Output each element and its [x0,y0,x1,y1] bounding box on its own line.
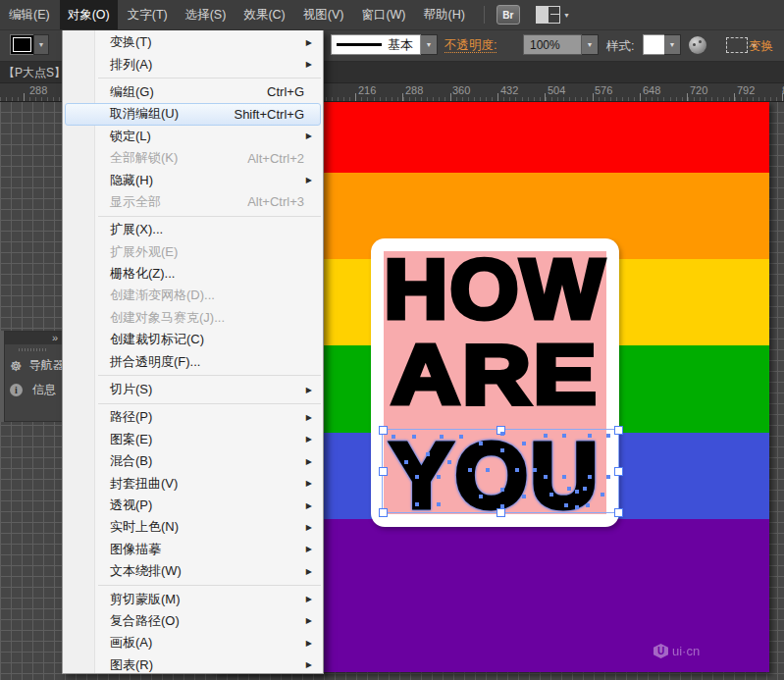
menu-item[interactable]: 剪切蒙版(M)▶ [65,588,321,609]
anchor-point[interactable] [440,435,444,439]
anchor-point[interactable] [447,460,451,464]
menu-item[interactable]: 图表(R)▶ [65,654,321,676]
anchor-point[interactable] [515,468,519,472]
bridge-icon[interactable]: Br [497,5,520,25]
anchor-point[interactable] [567,487,571,491]
menu-item[interactable]: 透视(P)▶ [65,495,321,516]
selection-handle[interactable] [379,508,388,517]
menu-item[interactable]: 取消编组(U)Shift+Ctrl+G [65,103,321,125]
anchor-point[interactable] [544,434,548,438]
menu-item[interactable]: 扩展(X)... [65,219,321,240]
anchor-point[interactable] [479,495,483,498]
anchor-point[interactable] [522,495,526,498]
anchor-point[interactable] [601,493,604,497]
recolor-artwork-icon[interactable] [689,36,706,54]
anchor-point[interactable] [562,475,566,479]
anchor-point[interactable] [549,493,553,497]
anchor-point[interactable] [500,432,504,436]
anchor-point[interactable] [562,434,566,438]
anchor-point[interactable] [486,468,490,472]
anchor-point[interactable] [415,502,419,506]
selection-handle[interactable] [614,508,623,517]
menu-item[interactable]: 图像描摹▶ [65,539,321,560]
anchor-point[interactable] [586,503,590,507]
stroke-style-combo[interactable]: 基本 [331,34,421,55]
menu-item[interactable]: 创建对象马赛克(J)... [65,307,321,329]
anchor-point[interactable] [459,435,463,439]
anchor-point[interactable] [533,468,537,472]
anchor-point[interactable] [412,435,416,439]
anchor-point[interactable] [575,490,579,494]
card-text-are[interactable]: ARE [353,333,636,416]
menu-item[interactable]: 锁定(L)▶ [65,126,321,147]
transform-link[interactable]: 变换 [749,38,773,55]
opacity-value-field[interactable]: 100% [523,34,582,55]
selection-handle[interactable] [379,426,388,435]
selection-handle[interactable] [497,508,505,517]
menu-item[interactable]: 切片(S)▶ [65,379,321,400]
menu-item[interactable]: 编组(G)Ctrl+G [65,81,321,103]
menu-item[interactable]: 创建裁切标记(C) [65,329,321,350]
stroke-style-dropdown-arrow-icon[interactable]: ▼ [421,34,438,55]
menu-item[interactable]: 拼合透明度(F)... [65,350,321,372]
selection-handle[interactable] [379,467,388,476]
menubar-item[interactable]: 帮助(H) [416,0,473,29]
menu-item[interactable]: 封套扭曲(V)▶ [65,472,321,494]
menu-item[interactable]: 路径(P)▶ [65,406,321,428]
anchor-point[interactable] [500,448,504,452]
panel-item-navigator[interactable]: ☸ 导航器 [5,353,62,378]
menu-item[interactable]: 栅格化(Z)... [65,263,321,285]
menu-item[interactable]: 显示全部Alt+Ctrl+3 [65,191,321,213]
style-swatch[interactable] [643,34,666,55]
anchor-point[interactable] [437,502,441,506]
menubar-item[interactable]: 视图(V) [295,0,352,29]
anchor-point[interactable] [415,475,419,479]
menubar-item[interactable]: 窗口(W) [353,0,413,29]
anchor-point[interactable] [437,475,441,479]
fill-swatch-dropdown-arrow-icon[interactable]: ▼ [33,34,49,55]
anchor-point[interactable] [479,442,483,445]
anchor-point[interactable] [426,452,430,456]
menubar-item[interactable]: 选择(S) [178,0,235,29]
document-tab[interactable]: 【P大点S】 [3,65,66,81]
panel-gripper[interactable] [19,348,48,351]
anchor-point[interactable] [522,442,526,445]
menu-item[interactable]: 创建渐变网格(D)... [65,285,321,306]
opacity-link[interactable]: 不透明度: [444,38,497,53]
card-text-how[interactable]: HOW [363,247,626,331]
menu-item[interactable]: 隐藏(H)▶ [65,169,321,190]
menubar-item[interactable]: 文字(T) [120,0,176,29]
anchor-point[interactable] [544,475,548,479]
selection-handle[interactable] [614,426,623,435]
menubar-item[interactable]: 对象(O) [60,0,118,29]
anchor-point[interactable] [588,475,592,479]
menu-item[interactable]: 复合路径(O)▶ [65,610,321,632]
anchor-point[interactable] [500,504,504,508]
anchor-point[interactable] [606,475,610,479]
anchor-point[interactable] [500,488,504,492]
fill-color-swatch[interactable] [10,34,34,55]
panel-item-info[interactable]: i 信息 [5,378,62,402]
selection-handle[interactable] [614,467,623,476]
anchor-point[interactable] [606,434,610,438]
menu-item[interactable]: 实时上色(N)▶ [65,516,321,538]
anchor-point[interactable] [575,505,579,509]
menu-item[interactable]: 排列(A)▶ [65,53,321,75]
collapse-chevrons-icon[interactable]: » [52,333,58,343]
anchor-point[interactable] [564,503,568,507]
anchor-point[interactable] [583,487,587,491]
panel-header[interactable]: » [5,332,62,344]
menubar-item[interactable]: 效果(C) [235,0,292,29]
style-dropdown-arrow-icon[interactable]: ▼ [664,34,681,55]
menu-item[interactable]: 画板(A)▶ [65,632,321,654]
anchor-point[interactable] [468,468,472,472]
selection-bounding-box[interactable] [382,429,619,513]
menu-item[interactable]: 变换(T)▶ [65,31,321,53]
menu-item[interactable]: 扩展外观(E) [65,241,321,263]
menu-item[interactable]: 全部解锁(K)Alt+Ctrl+2 [65,147,321,169]
anchor-point[interactable] [392,435,395,439]
menu-item[interactable]: 文本绕排(W)▶ [65,560,321,582]
menu-item[interactable]: 混合(B)▶ [65,450,321,472]
anchor-point[interactable] [588,434,592,438]
anchor-point[interactable] [404,460,408,464]
